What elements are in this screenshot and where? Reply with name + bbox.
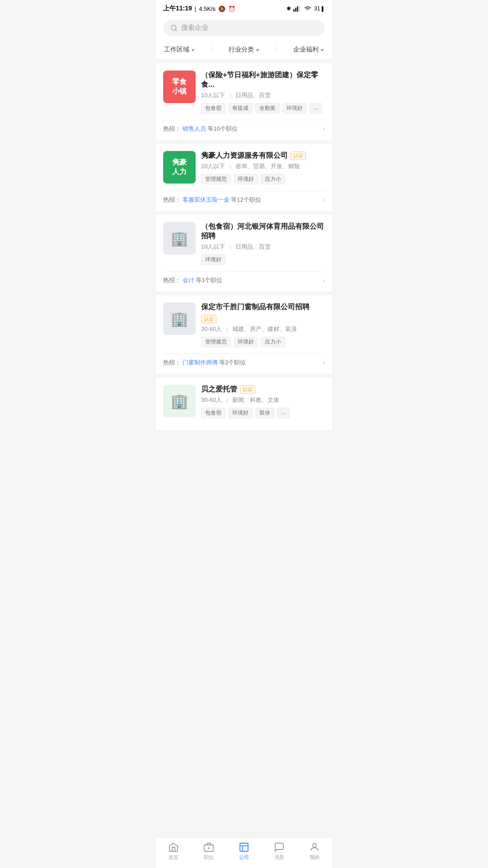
card-info-1: （保险+节日福利+旅游团建）保定零食... 10人以下 | 日用品、百货 包食宿… [201, 71, 325, 118]
svg-rect-2 [297, 6, 298, 12]
tag-2-1: 管理规范 [201, 174, 231, 184]
hot-link-4[interactable]: 门窗制作师傅 [183, 359, 218, 366]
nav-jobs-label: 职位 [204, 854, 214, 861]
tags-row-4: 管理规范 环境好 压力小 [201, 337, 325, 347]
auth-badge-4: 认证 [201, 315, 216, 323]
mine-icon [309, 842, 320, 853]
filter-industry-arrow [256, 49, 259, 52]
nav-jobs[interactable]: 职位 [195, 842, 222, 861]
search-input-wrap[interactable]: 搜索企业 [163, 20, 325, 36]
company-name-4: 保定市千胜门窗制品有限公司招聘 [201, 302, 310, 312]
card-top-2: 隽豪人力 隽豪人力资源服务有限公司 认证 10人以下 | 咨询、贸易、开发、财险… [163, 151, 325, 189]
sep-2: | [230, 163, 231, 170]
company-size-3: 10人以下 [201, 243, 225, 250]
card-top-4: 🏢 保定市千胜门窗制品有限公司招聘 认证 30-60人 | 城建、房产、建材、装… [163, 302, 325, 352]
card-meta-5: 30-60人 | 新闻、科教、文体 [201, 396, 325, 404]
filter-industry-label: 行业分类 [229, 46, 254, 54]
tag-3-1: 环境好 [201, 255, 225, 265]
alarm-icon: ⏰ [228, 5, 235, 12]
nav-company[interactable]: 公司 [230, 842, 258, 861]
nav-home[interactable]: 首页 [160, 842, 187, 861]
jobs-icon [203, 842, 214, 853]
svg-rect-0 [293, 9, 295, 12]
building-icon-5: 🏢 [170, 392, 188, 410]
tag-2-2: 环境好 [234, 174, 258, 184]
filter-work-area[interactable]: 工作区域 [164, 46, 195, 54]
tag-1-5: ... [310, 103, 322, 113]
hot-info-3: 热招： 会计 等1个职位 [163, 276, 222, 284]
card-title-row-5: 贝之爱托管 认证 [201, 385, 325, 394]
filter-row: 工作区域 行业分类 企业福利 [156, 40, 332, 60]
sep-5: | [226, 396, 228, 403]
svg-point-10 [313, 844, 316, 847]
hot-info-1: 热招： 销售人员 等10个职位 [163, 125, 238, 133]
chevron-right-2: › [323, 196, 325, 203]
company-size-5: 30-60人 [201, 396, 222, 403]
hot-row-1[interactable]: 热招： 销售人员 等10个职位 › [163, 120, 325, 133]
hot-count-4: 等2个职位 [219, 359, 246, 366]
company-card-5[interactable]: 🏢 贝之爱托管 认证 30-60人 | 新闻、科教、文体 包食宿 环境好 双休 … [156, 377, 332, 430]
company-size-2: 10人以下 [201, 163, 225, 170]
hot-label-3: 热招： [163, 277, 181, 283]
card-info-2: 隽豪人力资源服务有限公司 认证 10人以下 | 咨询、贸易、开发、财险 管理规范… [201, 151, 325, 189]
building-icon-3: 🏢 [170, 230, 188, 247]
tag-2-3: 压力小 [261, 174, 285, 184]
tag-4-2: 环境好 [234, 337, 258, 347]
card-info-4: 保定市千胜门窗制品有限公司招聘 认证 30-60人 | 城建、房产、建材、装潢 … [201, 302, 325, 352]
company-industry-4: 城建、房产、建材、装潢 [232, 326, 297, 332]
card-info-3: （包食宿）河北银河体育用品有限公司招聘 10人以下 | 日用品、百货 环境好 [201, 222, 325, 269]
logo-text-2: 隽豪人力 [172, 158, 187, 177]
hot-link-2[interactable]: 客服双休五险一金 [183, 196, 230, 203]
nav-message-label: 消息 [274, 854, 284, 861]
auth-badge-2: 认证 [291, 151, 306, 160]
svg-line-5 [175, 29, 177, 31]
nav-message[interactable]: 消息 [266, 842, 293, 861]
hot-info-4: 热招： 门窗制作师傅 等2个职位 [163, 359, 246, 367]
hot-row-2[interactable]: 热招： 客服双休五险一金 等12个职位 › [163, 191, 325, 204]
status-bar: 上午11:19 | 4.5K/s 🔕 ⏰ ✱ 31 ▌ [156, 0, 332, 15]
company-logo-2: 隽豪人力 [163, 151, 196, 184]
tags-row-3: 环境好 [201, 255, 325, 265]
hot-row-4[interactable]: 热招： 门窗制作师傅 等2个职位 › [163, 354, 325, 367]
tag-1-3: 全勤奖 [255, 103, 280, 113]
company-icon [239, 842, 249, 853]
company-card-1[interactable]: 零食小镇 （保险+节日福利+旅游团建）保定零食... 10人以下 | 日用品、百… [156, 63, 332, 140]
building-icon-4: 🏢 [170, 310, 188, 327]
company-logo-5: 🏢 [163, 385, 196, 417]
search-icon [170, 24, 178, 32]
filter-industry[interactable]: 行业分类 [229, 46, 259, 54]
hot-row-3[interactable]: 热招： 会计 等1个职位 › [163, 271, 325, 284]
sep-4: | [226, 326, 228, 332]
card-info-5: 贝之爱托管 认证 30-60人 | 新闻、科教、文体 包食宿 环境好 双休 ..… [201, 385, 325, 423]
company-card-4[interactable]: 🏢 保定市千胜门窗制品有限公司招聘 认证 30-60人 | 城建、房产、建材、装… [156, 295, 332, 374]
company-card-3[interactable]: 🏢 （包食宿）河北银河体育用品有限公司招聘 10人以下 | 日用品、百货 环境好… [156, 215, 332, 292]
card-title-row-1: （保险+节日福利+旅游团建）保定零食... [201, 71, 325, 90]
card-top-1: 零食小镇 （保险+节日福利+旅游团建）保定零食... 10人以下 | 日用品、百… [163, 71, 325, 118]
company-card-2[interactable]: 隽豪人力 隽豪人力资源服务有限公司 认证 10人以下 | 咨询、贸易、开发、财险… [156, 144, 332, 211]
sep-3: | [230, 243, 231, 250]
nav-mine[interactable]: 我的 [301, 842, 328, 861]
company-name-1: （保险+节日福利+旅游团建）保定零食... [201, 71, 325, 90]
tag-1-4: 环境好 [282, 103, 307, 113]
filter-welfare-arrow [320, 49, 324, 52]
filter-divider-2 [276, 46, 277, 53]
hot-link-3[interactable]: 会计 [183, 277, 194, 283]
filter-welfare[interactable]: 企业福利 [293, 46, 324, 54]
company-logo-3: 🏢 [163, 222, 196, 255]
tag-4-3: 压力小 [261, 337, 285, 347]
tag-5-4: ... [277, 408, 290, 418]
status-speed: | [195, 5, 196, 12]
hot-link-1[interactable]: 销售人员 [183, 125, 206, 132]
nav-company-label: 公司 [239, 854, 249, 861]
company-name-3: （包食宿）河北银河体育用品有限公司招聘 [201, 222, 325, 241]
svg-point-4 [171, 25, 176, 30]
status-left: 上午11:19 | 4.5K/s 🔕 ⏰ [163, 5, 235, 13]
svg-rect-1 [295, 8, 296, 12]
hot-label-4: 热招： [163, 359, 181, 366]
message-icon [274, 842, 285, 853]
filter-work-area-arrow [191, 49, 195, 52]
status-time: 上午11:19 [163, 5, 192, 13]
logo-text-1: 零食小镇 [172, 77, 187, 96]
company-logo-4: 🏢 [163, 302, 196, 335]
search-placeholder: 搜索企业 [181, 24, 208, 32]
